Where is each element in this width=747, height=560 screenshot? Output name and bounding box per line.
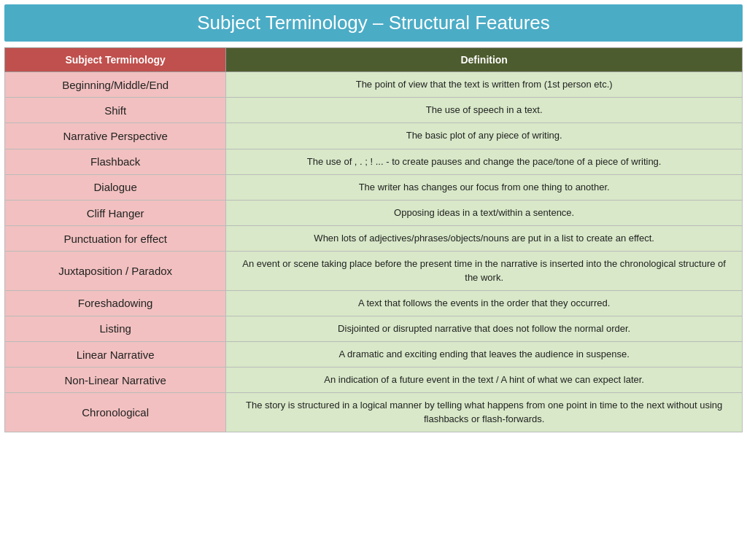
term-cell: Flashback	[5, 149, 226, 174]
term-cell: Punctuation for effect	[5, 226, 226, 252]
terminology-table: Subject Terminology Definition Beginning…	[4, 47, 743, 432]
term-cell: Cliff Hanger	[5, 200, 226, 225]
table-row: Punctuation for effectWhen lots of adjec…	[5, 226, 743, 252]
definition-cell: Opposing ideas in a text/within a senten…	[226, 200, 743, 225]
table-row: ForeshadowingA text that follows the eve…	[5, 290, 743, 316]
column-header-term: Subject Terminology	[5, 48, 226, 72]
table-row: ShiftThe use of speech in a text.	[5, 98, 743, 123]
definition-cell: The point of view that the text is writt…	[226, 72, 743, 98]
table-row: Non-Linear NarrativeAn indication of a f…	[5, 368, 743, 393]
definition-cell: The basic plot of any piece of writing.	[226, 123, 743, 149]
definition-cell: A text that follows the events in the or…	[226, 290, 743, 316]
definition-cell: An indication of a future event in the t…	[226, 368, 743, 393]
table-row: Beginning/Middle/EndThe point of view th…	[5, 72, 743, 98]
definition-cell: A dramatic and exciting ending that leav…	[226, 342, 743, 368]
table-row: Juxtaposition / ParadoxAn event or scene…	[5, 252, 743, 290]
term-cell: Linear Narrative	[5, 342, 226, 368]
term-cell: Listing	[5, 316, 226, 341]
term-cell: Chronological	[5, 393, 226, 432]
table-row: Linear NarrativeA dramatic and exciting …	[5, 342, 743, 368]
term-cell: Juxtaposition / Paradox	[5, 252, 226, 290]
term-cell: Beginning/Middle/End	[5, 72, 226, 98]
term-cell: Non-Linear Narrative	[5, 368, 226, 393]
term-cell: Narrative Perspective	[5, 123, 226, 149]
table-row: ChronologicalThe story is structured in …	[5, 393, 743, 432]
table-row: DialogueThe writer has changes our focus…	[5, 174, 743, 200]
page-title: Subject Terminology – Structural Feature…	[4, 4, 743, 42]
definition-cell: The writer has changes our focus from on…	[226, 174, 743, 200]
column-header-definition: Definition	[226, 48, 743, 72]
term-cell: Shift	[5, 98, 226, 123]
definition-cell: The story is structured in a logical man…	[226, 393, 743, 432]
table-row: ListingDisjointed or disrupted narrative…	[5, 316, 743, 341]
table-row: FlashbackThe use of , . ; ! ... - to cre…	[5, 149, 743, 174]
definition-cell: The use of , . ; ! ... - to create pause…	[226, 149, 743, 174]
definition-cell: When lots of adjectives/phrases/objects/…	[226, 226, 743, 252]
definition-cell: The use of speech in a text.	[226, 98, 743, 123]
term-cell: Dialogue	[5, 174, 226, 200]
definition-cell: Disjointed or disrupted narrative that d…	[226, 316, 743, 341]
table-row: Cliff HangerOpposing ideas in a text/wit…	[5, 200, 743, 225]
definition-cell: An event or scene taking place before th…	[226, 252, 743, 290]
table-row: Narrative PerspectiveThe basic plot of a…	[5, 123, 743, 149]
term-cell: Foreshadowing	[5, 290, 226, 316]
